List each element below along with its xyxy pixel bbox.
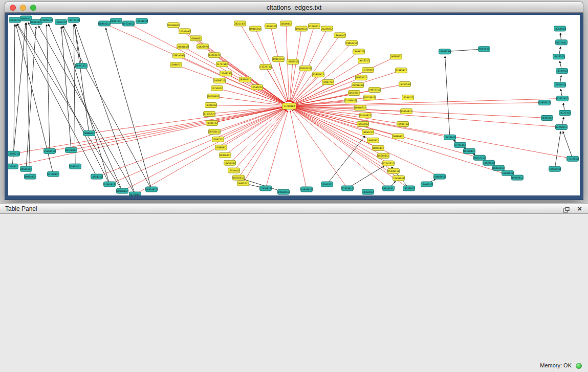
graph-node[interactable]: 19372412 — [68, 17, 80, 23]
graph-node[interactable]: 20211476 — [234, 21, 246, 26]
window-titlebar[interactable]: citations_edges.txt — [5, 2, 583, 13]
graph-node[interactable]: 16648794 — [439, 49, 451, 54]
graph-node[interactable]: 14955712 — [362, 129, 374, 135]
graph-node[interactable]: 16896912 — [393, 134, 404, 139]
graph-node[interactable]: 19004812 — [25, 174, 36, 179]
graph-node[interactable]: 17524412 — [228, 168, 240, 173]
graph-node[interactable]: 20730052 — [208, 94, 220, 99]
graph-node[interactable]: 18614545 — [173, 53, 185, 58]
graph-node[interactable]: 14770912 — [129, 192, 141, 195]
graph-node[interactable]: 17042312 — [55, 19, 67, 25]
graph-node[interactable]: 18165612 — [233, 175, 245, 180]
zoom-window-button[interactable] — [30, 5, 36, 11]
graph-node[interactable]: 15938212 — [539, 100, 551, 105]
graph-node[interactable]: 16256412 — [224, 160, 236, 165]
graph-node[interactable]: 14204276 — [209, 53, 221, 58]
graph-node[interactable]: 22806032 — [190, 36, 202, 41]
graph-node[interactable]: 21926974 — [197, 44, 209, 49]
graph-node[interactable]: 21854212 — [91, 174, 103, 179]
graph-node[interactable]: 17247312 — [383, 161, 395, 166]
graph-node[interactable]: 16465312 — [421, 182, 433, 187]
graph-node[interactable]: 16025112 — [356, 75, 367, 80]
graph-node[interactable]: 17240483 — [282, 103, 296, 110]
graph-node[interactable]: 19944912 — [278, 189, 290, 194]
graph-node[interactable]: 16953712 — [237, 181, 249, 186]
graph-node[interactable]: 17543212 — [251, 85, 263, 90]
graph-node[interactable]: 17135276 — [204, 111, 215, 116]
graph-node[interactable]: 9245039 — [478, 47, 490, 52]
graph-node[interactable]: 20031619 — [177, 44, 189, 49]
graph-node[interactable]: 18957812 — [357, 121, 369, 126]
graph-node[interactable]: 16954212 — [99, 21, 111, 26]
graph-node[interactable]: 14343912 — [301, 187, 313, 192]
graph-node[interactable]: 20980412 — [83, 130, 95, 136]
graph-node[interactable]: 16046712 — [355, 105, 366, 111]
graph-node[interactable]: 19209712 — [214, 78, 226, 83]
graph-node[interactable]: 21067212 — [212, 137, 224, 142]
graph-node[interactable]: 15724312 — [123, 21, 135, 26]
graph-node[interactable]: 16065312 — [367, 138, 379, 143]
graph-node[interactable]: 17150912 — [48, 171, 59, 177]
graph-node[interactable]: 15585912 — [378, 153, 389, 158]
graph-node[interactable]: 13220712 — [260, 64, 272, 70]
graph-node[interactable]: 15154912 — [360, 113, 372, 118]
graph-node[interactable]: 19610312 — [296, 26, 308, 31]
graph-node[interactable]: 17807712 — [322, 80, 334, 85]
graph-node[interactable]: 18204312 — [265, 24, 277, 29]
graph-node[interactable]: 16012412 — [493, 165, 505, 170]
graph-node[interactable]: 12090771 — [170, 62, 182, 68]
graph-node[interactable]: 18100407 — [168, 23, 180, 28]
graph-node[interactable]: 15494712 — [353, 49, 365, 54]
graph-node[interactable]: 18595712 — [397, 121, 409, 126]
graph-node[interactable]: 11264512 — [8, 164, 18, 169]
graph-node[interactable]: 18139012 — [136, 18, 148, 24]
close-panel-icon[interactable]: × — [577, 204, 582, 214]
graph-node[interactable]: 14345912 — [556, 69, 568, 74]
graph-node[interactable]: 17548751 — [220, 71, 232, 76]
graph-node[interactable]: 26046312 — [9, 17, 21, 23]
graph-node[interactable]: 19245012 — [512, 175, 524, 180]
graph-node[interactable]: 25260512 — [44, 148, 56, 154]
graph-node[interactable]: 18929912 — [483, 160, 495, 165]
graph-node[interactable]: 19981312 — [273, 57, 285, 62]
graph-node[interactable]: 16176912 — [66, 147, 77, 152]
graph-node[interactable]: 14618212 — [358, 58, 370, 63]
graph-node[interactable]: 20351312 — [76, 63, 88, 69]
graph-node[interactable]: 18309412 — [205, 103, 217, 108]
graph-node[interactable]: 18553012 — [349, 91, 360, 96]
graph-node[interactable]: 15054912 — [401, 108, 412, 114]
graph-node[interactable]: 19354912 — [554, 26, 566, 31]
graph-node[interactable]: 16104712 — [402, 95, 414, 100]
graph-node[interactable]: 19061212 — [346, 40, 358, 46]
graph-node[interactable]: 17296712 — [309, 24, 320, 29]
graph-node[interactable]: 9277441 — [556, 40, 568, 45]
graph-node[interactable]: 20391412 — [352, 83, 364, 88]
graph-node[interactable]: 21106412 — [345, 98, 357, 103]
graph-node[interactable]: 20069112 — [20, 16, 32, 21]
graph-node[interactable]: 21355912 — [342, 186, 354, 191]
graph-node[interactable]: 18636812 — [403, 186, 415, 191]
graph-node[interactable]: 18060912 — [434, 174, 446, 179]
graph-node[interactable]: 21247447 — [179, 29, 191, 34]
graph-node[interactable]: 21636412 — [41, 17, 53, 23]
graph-node[interactable]: 14850312 — [390, 54, 402, 59]
graph-node[interactable]: 17889812 — [215, 145, 227, 150]
graph-node[interactable]: 19965342 — [250, 26, 262, 31]
graph-node[interactable]: 18055412 — [373, 145, 384, 150]
graph-node[interactable]: 15958412 — [313, 72, 324, 77]
graph-node[interactable]: 20068912 — [117, 188, 128, 193]
minimize-window-button[interactable] — [20, 5, 26, 11]
memory-status-light[interactable] — [576, 363, 582, 369]
graph-node[interactable]: 18779512 — [364, 95, 376, 100]
graph-node[interactable]: 17534812 — [260, 186, 272, 191]
graph-node[interactable]: 18300212 — [239, 77, 251, 82]
graph-node[interactable]: 17791412 — [454, 142, 466, 147]
graph-node[interactable]: 15248112 — [388, 168, 400, 173]
graph-node[interactable]: 21229312 — [321, 26, 333, 31]
graph-node[interactable]: 17661912 — [104, 182, 116, 187]
graph-node[interactable]: 11731502 — [216, 62, 228, 67]
graph-node[interactable]: 12210312 — [556, 124, 568, 129]
graph-node[interactable]: 15757512 — [399, 82, 411, 87]
graph-node[interactable]: 12030412 — [554, 82, 566, 87]
graph-node[interactable]: 16343312 — [321, 182, 333, 187]
